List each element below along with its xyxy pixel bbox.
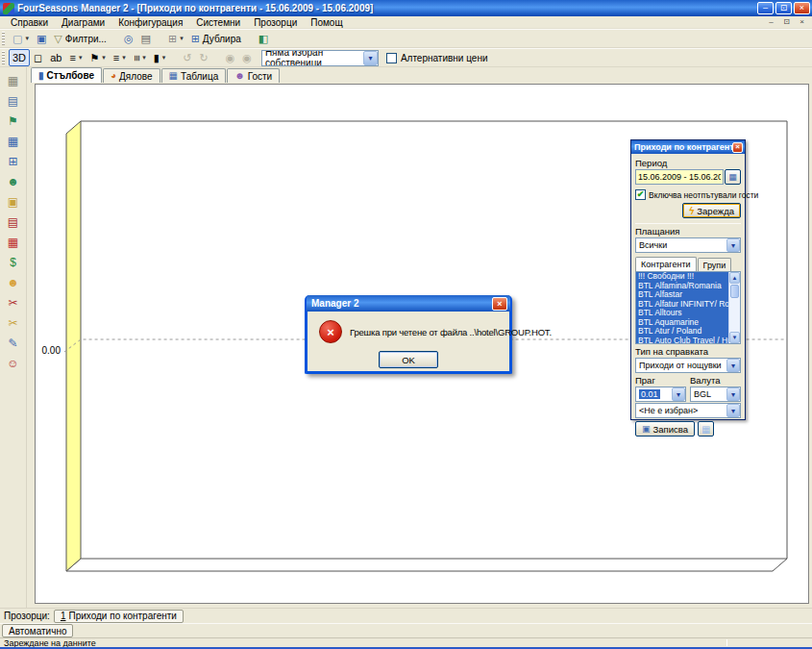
depth-button[interactable]: ▮ ▾ [150, 49, 170, 66]
mdi-minimize-button[interactable]: – [765, 17, 777, 28]
tab-columns[interactable]: ▮ Стълбове [31, 67, 102, 83]
window-number: 1 [61, 611, 66, 621]
save-icon: ▣ [642, 424, 651, 434]
room-status-icon[interactable]: ▦ [3, 70, 24, 90]
combo-arrow-button[interactable]: ▾ [726, 359, 740, 372]
menu-item[interactable]: Помощ [304, 17, 349, 28]
report-type-combo[interactable]: Приходи от нощувки ▾ [635, 358, 741, 373]
phonebook-icon[interactable]: ▦ [3, 232, 24, 252]
cancel-guest-icon[interactable]: ✂ [3, 292, 24, 312]
combo-arrow-button[interactable]: ▾ [672, 387, 685, 401]
h-gridlines-button[interactable]: ≡ ▾ [110, 49, 130, 66]
main-toolbar: ▢ ▾ ▣ ▽ Филтри... ◎ [0, 29, 812, 48]
cancel-payment-icon[interactable]: ✂ [3, 312, 24, 333]
restore-button[interactable]: ⊡ [775, 2, 792, 14]
mdi-close-button[interactable]: × [796, 17, 808, 28]
error-message: Грешка при четене от файла ..\hotel\GROU… [350, 327, 552, 337]
person-icon[interactable]: ☺ [3, 353, 24, 373]
scroll-down-button[interactable]: ▼ [729, 332, 740, 343]
window-tab-button[interactable]: 1 Приходи по контрагенти [54, 610, 184, 623]
copy-button[interactable]: ⊞ ▾ [164, 30, 187, 47]
menu-item[interactable]: Прозорци [247, 17, 304, 28]
toolbar-button-icon: ⊞ [168, 34, 177, 44]
minimize-button[interactable]: – [757, 2, 774, 14]
combo-arrow-button[interactable]: ▾ [726, 387, 740, 401]
panel-close-button[interactable]: × [732, 142, 743, 153]
guests-icon[interactable]: ☻ [3, 171, 24, 191]
save-report-button[interactable]: ▣ Записва [635, 421, 695, 437]
notes-icon[interactable]: ✎ [3, 333, 24, 353]
minimize-icon: – [769, 18, 773, 26]
calendar-icon[interactable]: ▦ [3, 131, 24, 151]
load-button[interactable]: ϟ Зарежда [682, 203, 741, 218]
scroll-thumb[interactable] [730, 285, 739, 298]
group-icon[interactable]: ☻ [3, 272, 24, 292]
duplicate-button[interactable]: ⊞ Дублира [187, 30, 245, 47]
menu-item[interactable]: Системни [189, 17, 247, 28]
bulgaria-flag-icon[interactable]: ⚑ [3, 111, 24, 131]
journal-icon[interactable]: ▤ [3, 212, 24, 232]
tab-icon: ▦ [169, 71, 178, 81]
rotate-ccw-button[interactable]: ↺ [179, 49, 195, 66]
ok-button[interactable]: OK [379, 351, 438, 368]
folder-icon[interactable]: ▣ [3, 191, 24, 212]
period-input[interactable] [635, 169, 724, 185]
tab-icon: ◕ [111, 71, 116, 81]
payments-combo[interactable]: Всички ▾ [635, 237, 741, 253]
print-preview-button[interactable]: ◎ [120, 30, 137, 47]
tab-shares[interactable]: ◕ Дялове [103, 68, 160, 83]
export-button[interactable]: ◧ [255, 30, 272, 47]
legend-button[interactable]: ≡ ▾ [65, 49, 86, 66]
tab-contractors[interactable]: Контрагенти [635, 257, 697, 271]
prev-series-button[interactable]: ◉ [222, 49, 239, 66]
combo-arrow-button[interactable]: ▾ [726, 238, 740, 252]
payments-icon[interactable]: $ [3, 252, 24, 272]
toolbar-button-icon: ▣ [37, 34, 46, 44]
menu-item[interactable]: Справки [4, 17, 55, 28]
reservations-icon[interactable]: ⊞ [3, 151, 24, 171]
3d-toggle-button[interactable]: 3D [9, 49, 30, 66]
v-gridlines-button[interactable]: ≡ ▾ [130, 49, 150, 66]
table-view-button[interactable]: ▦ [698, 421, 714, 437]
tab-table[interactable]: ▦ Таблица [161, 68, 227, 83]
lightning-icon: ϟ [689, 206, 694, 216]
toolbar-button-icon: 3D [12, 53, 26, 63]
menu-item[interactable]: Диаграми [55, 17, 111, 28]
save-button[interactable]: ▣ [33, 30, 50, 47]
chevron-down-icon: ▾ [368, 54, 372, 62]
close-button[interactable]: × [794, 2, 810, 14]
combo-arrow-button[interactable]: ▾ [726, 404, 740, 417]
list-item[interactable]: BTL Auto Club Travel / Hunga [636, 337, 728, 344]
dialog-title-bar[interactable]: Manager 2 × [307, 295, 510, 312]
compare-combo[interactable]: <Не е избран> ▾ [635, 403, 741, 418]
tab-guests[interactable]: ☻ Гости [227, 68, 280, 83]
threshold-combo[interactable]: 0.01 ▾ [635, 387, 686, 402]
dialog-close-button[interactable]: × [492, 297, 507, 311]
toolbar-grip[interactable] [2, 51, 5, 64]
print-button[interactable]: ▤ [137, 30, 155, 47]
filters-button[interactable]: ▽ Филтри... [50, 30, 111, 47]
new-report-button[interactable]: ▢ ▾ [9, 30, 33, 47]
toolbar-button-icon: ◉ [242, 53, 252, 63]
chart-shape-button[interactable]: ◻ [30, 49, 46, 66]
auto-button[interactable]: Автоматично [2, 624, 73, 637]
next-series-button[interactable]: ◉ [238, 49, 256, 66]
rotate-cw-button[interactable]: ↻ [195, 49, 211, 66]
owner-combo[interactable]: Няма избран собственици ▾ [261, 50, 379, 66]
tab-groups[interactable]: Групи [698, 258, 732, 271]
list-scrollbar[interactable]: ▲ ▼ [728, 272, 740, 343]
include-guests-checkbox[interactable]: ✔ Включва неотпътували гости [635, 189, 741, 200]
marks-button[interactable]: ⚑ ▾ [86, 49, 109, 66]
calendar-button[interactable]: ▦ [725, 169, 741, 185]
point-labels-button[interactable]: ab [46, 49, 65, 66]
combo-arrow-button[interactable]: ▾ [363, 51, 378, 65]
panel-title-bar[interactable]: Приходи по контрагенти × [631, 140, 745, 154]
guest-card-icon[interactable]: ▤ [3, 90, 24, 111]
toolbar-grip[interactable] [2, 32, 5, 45]
menu-item[interactable]: Конфигурация [111, 17, 189, 28]
tab-label: Гости [248, 71, 272, 82]
alt-prices-checkbox[interactable]: Алтернативни цени [386, 53, 488, 63]
currency-combo[interactable]: BGL ▾ [690, 387, 741, 402]
scroll-up-button[interactable]: ▲ [729, 272, 740, 284]
mdi-restore-button[interactable]: ⊡ [780, 17, 793, 28]
